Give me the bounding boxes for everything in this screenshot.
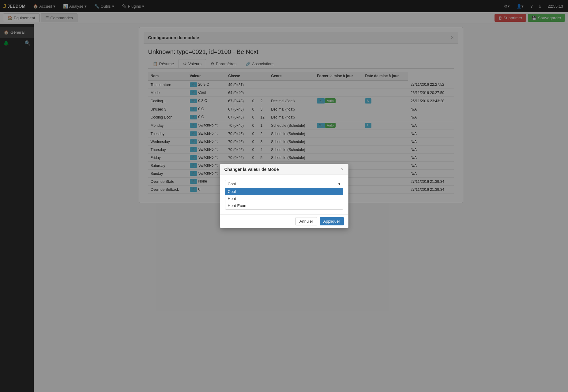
dropdown-list: Cool Heat Heat Econ <box>225 188 343 209</box>
select-wrapper: Cool ▾ Cool Heat Heat Econ <box>225 180 343 209</box>
apply-button[interactable]: Appliquer <box>320 217 344 225</box>
inner-modal-title: Changer la valeur de Mode <box>224 167 279 172</box>
chevron-down-icon: ▾ <box>338 182 340 186</box>
option-cool[interactable]: Cool <box>225 188 343 195</box>
selected-value: Cool <box>228 182 236 186</box>
select-display[interactable]: Cool ▾ <box>225 180 343 188</box>
inner-modal-header: Changer la valeur de Mode × <box>220 164 348 175</box>
modal-overlay[interactable]: Changer la valeur de Mode × Cool ▾ Cool … <box>0 0 568 392</box>
inner-modal-close[interactable]: × <box>341 167 344 172</box>
option-heat-econ[interactable]: Heat Econ <box>225 202 343 209</box>
inner-modal: Changer la valeur de Mode × Cool ▾ Cool … <box>220 164 348 228</box>
inner-modal-body: Cool ▾ Cool Heat Heat Econ <box>220 175 348 214</box>
cancel-button[interactable]: Annuler <box>295 217 317 225</box>
inner-modal-footer: Annuler Appliquer <box>220 214 348 228</box>
option-heat[interactable]: Heat <box>225 195 343 202</box>
